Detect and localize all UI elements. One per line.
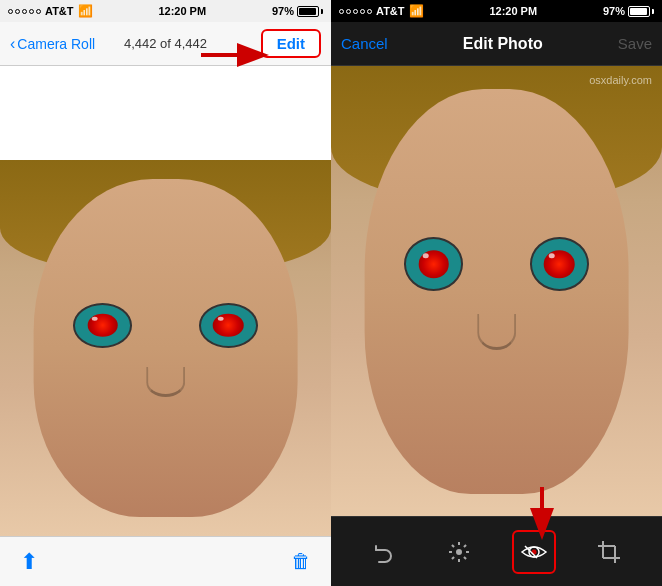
r-signal-dot-4 xyxy=(360,9,365,14)
undo-icon xyxy=(372,540,396,564)
left-battery-pct: 97% xyxy=(272,5,294,17)
right-time: 12:20 PM xyxy=(489,5,537,17)
right-nav-bar: Cancel Edit Photo Save xyxy=(331,22,662,66)
left-battery-fill xyxy=(299,8,316,15)
nose-left xyxy=(146,367,186,397)
right-arrow-overlay xyxy=(522,487,592,551)
signal-dot-4 xyxy=(29,9,34,14)
face-shape-right xyxy=(364,89,629,494)
right-eye-right xyxy=(530,237,590,291)
back-chevron-icon: ‹ xyxy=(10,35,15,53)
svg-line-11 xyxy=(464,544,466,546)
left-nav-bar: ‹ Camera Roll 4,442 of 4,442 Edit xyxy=(0,22,331,66)
left-eye-right xyxy=(199,303,259,348)
right-status-bar: AT&T 📶 12:20 PM 97% xyxy=(331,0,662,22)
right-carrier: AT&T xyxy=(376,5,405,17)
photo-counter: 4,442 of 4,442 xyxy=(124,36,207,51)
edit-photo-title: Edit Photo xyxy=(463,35,543,53)
left-eye-left xyxy=(73,303,133,348)
enhance-button[interactable] xyxy=(437,530,481,574)
r-signal-dot-3 xyxy=(353,9,358,14)
left-battery-tip xyxy=(321,9,323,14)
signal-dot-5 xyxy=(36,9,41,14)
right-face-photo xyxy=(331,66,662,516)
left-eye-pupil-left xyxy=(87,314,118,337)
left-arrow-overlay xyxy=(201,35,281,79)
crop-button[interactable] xyxy=(587,530,631,574)
right-battery-tip xyxy=(652,9,654,14)
left-eye-pupil-right xyxy=(213,314,244,337)
right-photo-area xyxy=(331,66,662,516)
right-eye-left xyxy=(404,237,464,291)
left-carrier: AT&T xyxy=(45,5,74,17)
signal-dot-3 xyxy=(22,9,27,14)
undo-button[interactable] xyxy=(362,530,406,574)
left-signal-dots xyxy=(8,9,41,14)
left-arrow-svg xyxy=(201,35,281,75)
right-battery-body xyxy=(628,6,650,17)
r-signal-dot-2 xyxy=(346,9,351,14)
nose-right xyxy=(477,314,517,350)
right-panel: AT&T 📶 12:20 PM 97% Cancel Edit Photo Sa… xyxy=(331,0,662,586)
right-eye-shine-left xyxy=(423,253,429,259)
left-time: 12:20 PM xyxy=(158,5,206,17)
right-eye-pupil-left xyxy=(418,250,449,278)
signal-dot-2 xyxy=(15,9,20,14)
left-photo-area xyxy=(0,66,331,536)
r-signal-dot-5 xyxy=(367,9,372,14)
left-status-left: AT&T 📶 xyxy=(8,4,93,18)
left-bottom-bar: ⬆ 🗑 xyxy=(0,536,331,586)
right-battery-icon xyxy=(628,6,654,17)
right-battery-area: 97% xyxy=(603,5,654,17)
back-button[interactable]: ‹ Camera Roll xyxy=(10,35,95,53)
trash-button[interactable]: 🗑 xyxy=(291,550,311,573)
left-battery-body xyxy=(297,6,319,17)
left-wifi-icon: 📶 xyxy=(78,4,93,18)
right-arrow-svg xyxy=(522,487,592,547)
back-label: Camera Roll xyxy=(17,36,95,52)
left-eye-shine-left xyxy=(92,316,98,321)
watermark: osxdaily.com xyxy=(589,74,652,86)
right-eye-shine-right xyxy=(549,253,555,259)
right-toolbar xyxy=(331,516,662,586)
right-signal-dots xyxy=(339,9,372,14)
left-panel: AT&T 📶 12:20 PM 97% ‹ Camera Roll 4,442 … xyxy=(0,0,331,586)
enhance-icon xyxy=(447,540,471,564)
cancel-button[interactable]: Cancel xyxy=(341,35,388,52)
save-button[interactable]: Save xyxy=(618,35,652,52)
right-wifi-icon: 📶 xyxy=(409,4,424,18)
r-signal-dot-1 xyxy=(339,9,344,14)
left-status-bar: AT&T 📶 12:20 PM 97% xyxy=(0,0,331,22)
right-battery-pct: 97% xyxy=(603,5,625,17)
signal-dot-1 xyxy=(8,9,13,14)
svg-point-12 xyxy=(456,549,462,555)
right-battery-fill xyxy=(630,8,647,15)
left-white-top xyxy=(0,66,331,160)
svg-line-10 xyxy=(452,556,454,558)
left-face-photo xyxy=(0,160,331,536)
left-battery-area: 97% xyxy=(272,5,323,17)
right-status-left: AT&T 📶 xyxy=(339,4,424,18)
face-shape-left xyxy=(33,179,298,517)
right-eye-pupil-right xyxy=(544,250,575,278)
share-button[interactable]: ⬆ xyxy=(20,549,38,575)
svg-line-8 xyxy=(452,544,454,546)
svg-line-9 xyxy=(464,556,466,558)
crop-icon xyxy=(598,541,620,563)
left-eye-shine-right xyxy=(218,316,224,321)
left-battery-icon xyxy=(297,6,323,17)
